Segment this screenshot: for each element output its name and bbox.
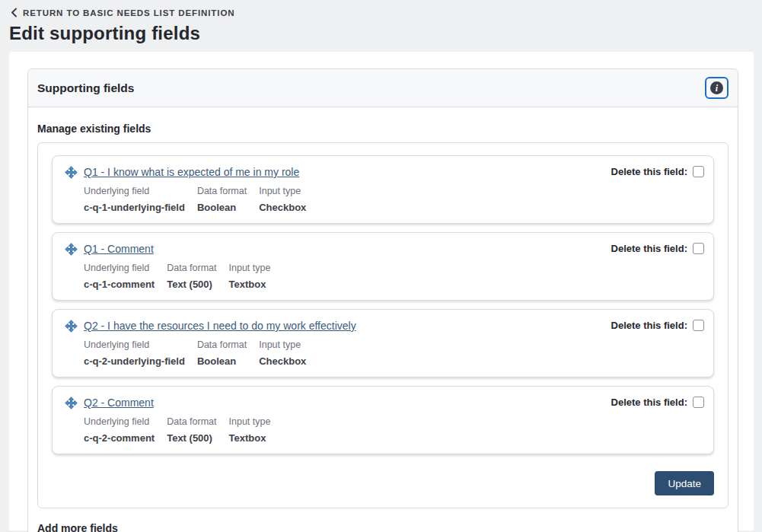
field-col: Input type Checkbox <box>259 339 306 368</box>
delete-field-checkbox[interactable] <box>693 243 704 254</box>
col-label: Underlying field <box>84 339 185 351</box>
delete-field-checkbox[interactable] <box>693 397 704 408</box>
col-value: c-q-2-comment <box>84 432 155 444</box>
field-col: Data format Boolean <box>197 339 247 368</box>
page-title: Edit supporting fields <box>9 23 753 44</box>
field-col: Data format Text (500) <box>167 416 216 444</box>
field-card-q2: Q2 - I have the resources I need to do m… <box>52 309 714 377</box>
field-col: Underlying field c-q-1-underlying-field <box>84 186 185 214</box>
move-icon[interactable] <box>65 320 78 333</box>
col-value: Textbox <box>229 278 271 291</box>
delete-field-label: Delete this field: <box>611 320 687 331</box>
col-label: Data format <box>197 339 247 351</box>
manage-existing-fields-heading: Manage existing fields <box>37 123 729 135</box>
field-col: Input type Textbox <box>229 416 271 444</box>
field-col: Data format Text (500) <box>167 263 216 291</box>
move-icon[interactable] <box>65 166 78 179</box>
add-more-fields-heading: Add more fields <box>37 522 729 532</box>
field-link[interactable]: Q1 - Comment <box>84 242 154 256</box>
col-value: Boolean <box>197 355 247 368</box>
col-value: Checkbox <box>259 201 306 214</box>
field-col: Input type Textbox <box>229 263 271 291</box>
field-link[interactable]: Q2 - I have the resources I need to do m… <box>84 319 356 333</box>
col-value: Text (500) <box>167 278 216 291</box>
field-col: Input type Checkbox <box>259 186 306 214</box>
col-value: Checkbox <box>259 355 306 368</box>
fields-container: Q1 - I know what is expected of me in my… <box>37 142 729 508</box>
move-icon[interactable] <box>65 243 78 256</box>
col-value: c-q-1-comment <box>84 278 155 291</box>
col-value: Boolean <box>197 201 247 214</box>
field-link[interactable]: Q1 - I know what is expected of me in my… <box>84 165 299 179</box>
field-col: Data format Boolean <box>197 186 247 214</box>
panel-body: Manage existing fields Q1 - I know what … <box>28 107 738 532</box>
content-card: Supporting fields i Manage existing fiel… <box>9 52 754 530</box>
col-label: Underlying field <box>84 186 185 197</box>
field-card-q1: Q1 - I know what is expected of me in my… <box>52 155 714 224</box>
page-header: RETURN TO BASIC NEEDS LIST DEFINITION Ed… <box>0 0 762 52</box>
field-card-q1-comment: Q1 - Comment Underlying field c-q-1-comm… <box>52 232 714 301</box>
col-value: Text (500) <box>167 432 216 444</box>
col-label: Underlying field <box>84 416 155 428</box>
col-label: Input type <box>229 263 271 274</box>
col-label: Underlying field <box>84 263 155 274</box>
panel-header: Supporting fields i <box>28 69 738 107</box>
field-col: Underlying field c-q-1-comment <box>84 263 155 291</box>
back-link-label: RETURN TO BASIC NEEDS LIST DEFINITION <box>23 8 234 18</box>
col-label: Data format <box>167 416 216 428</box>
chevron-left-icon <box>11 8 18 18</box>
col-value: Textbox <box>229 432 271 444</box>
col-label: Data format <box>167 263 216 274</box>
move-icon[interactable] <box>65 397 78 409</box>
back-link[interactable]: RETURN TO BASIC NEEDS LIST DEFINITION <box>9 8 753 18</box>
col-value: c-q-2-underlying-field <box>84 355 185 368</box>
col-label: Data format <box>197 186 247 197</box>
delete-field-checkbox[interactable] <box>693 166 704 177</box>
supporting-fields-panel: Supporting fields i Manage existing fiel… <box>27 68 738 532</box>
field-col: Underlying field c-q-2-comment <box>84 416 155 444</box>
col-label: Input type <box>229 416 271 428</box>
panel-title: Supporting fields <box>37 81 134 95</box>
info-icon: i <box>710 81 723 94</box>
col-value: c-q-1-underlying-field <box>84 201 185 214</box>
delete-field-checkbox[interactable] <box>693 320 704 331</box>
delete-field-label: Delete this field: <box>611 243 687 254</box>
col-label: Input type <box>259 186 306 197</box>
update-button[interactable]: Update <box>655 471 714 495</box>
info-button[interactable]: i <box>705 77 729 99</box>
delete-field-label: Delete this field: <box>611 397 687 408</box>
col-label: Input type <box>259 339 306 351</box>
delete-field-label: Delete this field: <box>611 166 687 177</box>
field-card-q2-comment: Q2 - Comment Underlying field c-q-2-comm… <box>52 386 714 454</box>
field-link[interactable]: Q2 - Comment <box>84 396 154 409</box>
field-col: Underlying field c-q-2-underlying-field <box>84 339 185 368</box>
